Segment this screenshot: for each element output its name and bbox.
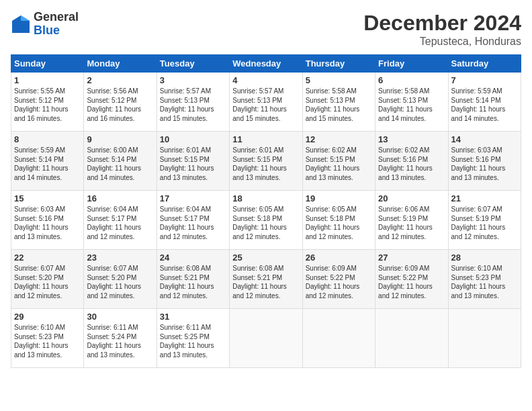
day-number: 23: [87, 253, 153, 263]
day-info: Sunrise: 6:10 AMSunset: 5:23 PMDaylight:…: [451, 265, 506, 300]
day-info: Sunrise: 6:04 AMSunset: 5:17 PMDaylight:…: [87, 205, 141, 240]
calendar-cell: 1 Sunrise: 5:55 AMSunset: 5:12 PMDayligh…: [11, 73, 84, 132]
day-number: 8: [14, 134, 81, 144]
title-block: December 2024 Tepusteca, Honduras: [363, 11, 521, 48]
day-info: Sunrise: 5:55 AMSunset: 5:12 PMDaylight:…: [14, 87, 69, 122]
col-thursday: Thursday: [302, 55, 375, 73]
day-number: 9: [87, 134, 153, 144]
page: General Blue December 2024 Tepusteca, Ho…: [0, 0, 532, 411]
calendar-cell: 4 Sunrise: 5:57 AMSunset: 5:13 PMDayligh…: [230, 73, 302, 132]
header: General Blue December 2024 Tepusteca, Ho…: [11, 11, 521, 48]
calendar-cell: 15 Sunrise: 6:03 AMSunset: 5:16 PMDaylig…: [11, 191, 84, 250]
day-info: Sunrise: 6:03 AMSunset: 5:16 PMDaylight:…: [14, 205, 69, 240]
calendar-week-1: 1 Sunrise: 5:55 AMSunset: 5:12 PMDayligh…: [11, 73, 521, 132]
day-info: Sunrise: 5:57 AMSunset: 5:13 PMDaylight:…: [160, 87, 214, 122]
calendar-cell: 19 Sunrise: 6:05 AMSunset: 5:18 PMDaylig…: [302, 191, 375, 250]
day-info: Sunrise: 5:56 AMSunset: 5:12 PMDaylight:…: [87, 87, 141, 122]
calendar-cell: 16 Sunrise: 6:04 AMSunset: 5:17 PMDaylig…: [84, 191, 157, 250]
day-number: 31: [160, 312, 226, 322]
day-number: 2: [87, 75, 153, 85]
calendar-cell: 6 Sunrise: 5:58 AMSunset: 5:13 PMDayligh…: [375, 73, 448, 132]
logo-text: General Blue: [34, 11, 79, 38]
day-number: 7: [451, 75, 518, 85]
day-number: 10: [160, 134, 226, 144]
day-number: 20: [378, 193, 445, 203]
day-info: Sunrise: 5:58 AMSunset: 5:13 PMDaylight:…: [306, 87, 360, 122]
day-info: Sunrise: 6:01 AMSunset: 5:15 PMDaylight:…: [232, 146, 287, 181]
day-number: 30: [87, 312, 153, 322]
calendar-week-5: 29 Sunrise: 6:10 AMSunset: 5:23 PMDaylig…: [11, 309, 521, 368]
calendar-cell: 5 Sunrise: 5:58 AMSunset: 5:13 PMDayligh…: [302, 73, 375, 132]
calendar-cell: 3 Sunrise: 5:57 AMSunset: 5:13 PMDayligh…: [157, 73, 229, 132]
day-info: Sunrise: 6:06 AMSunset: 5:19 PMDaylight:…: [378, 205, 433, 240]
day-info: Sunrise: 6:09 AMSunset: 5:22 PMDaylight:…: [306, 265, 360, 300]
calendar-location: Tepusteca, Honduras: [363, 36, 521, 48]
calendar-week-2: 8 Sunrise: 5:59 AMSunset: 5:14 PMDayligh…: [11, 132, 521, 191]
calendar-cell: [375, 309, 448, 368]
day-info: Sunrise: 5:57 AMSunset: 5:13 PMDaylight:…: [232, 87, 287, 122]
day-number: 1: [14, 75, 81, 85]
day-info: Sunrise: 6:03 AMSunset: 5:16 PMDaylight:…: [451, 146, 506, 181]
day-info: Sunrise: 6:01 AMSunset: 5:15 PMDaylight:…: [160, 146, 214, 181]
day-number: 25: [232, 253, 299, 263]
calendar-cell: 27 Sunrise: 6:09 AMSunset: 5:22 PMDaylig…: [375, 250, 448, 309]
calendar-cell: 12 Sunrise: 6:02 AMSunset: 5:15 PMDaylig…: [302, 132, 375, 191]
day-info: Sunrise: 6:04 AMSunset: 5:17 PMDaylight:…: [160, 205, 214, 240]
calendar-cell: [230, 309, 302, 368]
day-info: Sunrise: 6:07 AMSunset: 5:19 PMDaylight:…: [451, 205, 506, 240]
day-info: Sunrise: 6:00 AMSunset: 5:14 PMDaylight:…: [87, 146, 141, 181]
day-number: 29: [14, 312, 81, 322]
calendar-cell: 13 Sunrise: 6:02 AMSunset: 5:16 PMDaylig…: [375, 132, 448, 191]
calendar-week-4: 22 Sunrise: 6:07 AMSunset: 5:20 PMDaylig…: [11, 250, 521, 309]
col-friday: Friday: [375, 55, 448, 73]
day-info: Sunrise: 6:09 AMSunset: 5:22 PMDaylight:…: [378, 265, 433, 300]
day-number: 22: [14, 253, 81, 263]
calendar-cell: 31 Sunrise: 6:11 AMSunset: 5:25 PMDaylig…: [157, 309, 229, 368]
calendar-cell: 14 Sunrise: 6:03 AMSunset: 5:16 PMDaylig…: [448, 132, 521, 191]
calendar-cell: 25 Sunrise: 6:08 AMSunset: 5:21 PMDaylig…: [230, 250, 302, 309]
day-info: Sunrise: 6:05 AMSunset: 5:18 PMDaylight:…: [306, 205, 360, 240]
calendar-cell: 23 Sunrise: 6:07 AMSunset: 5:20 PMDaylig…: [84, 250, 157, 309]
day-info: Sunrise: 6:11 AMSunset: 5:24 PMDaylight:…: [87, 324, 141, 359]
day-number: 19: [306, 193, 372, 203]
day-number: 6: [378, 75, 445, 85]
day-number: 15: [14, 193, 81, 203]
calendar-cell: 24 Sunrise: 6:08 AMSunset: 5:21 PMDaylig…: [157, 250, 229, 309]
calendar-cell: 18 Sunrise: 6:05 AMSunset: 5:18 PMDaylig…: [230, 191, 302, 250]
calendar-cell: 7 Sunrise: 5:59 AMSunset: 5:14 PMDayligh…: [448, 73, 521, 132]
day-number: 18: [232, 193, 299, 203]
calendar-table: Sunday Monday Tuesday Wednesday Thursday…: [11, 54, 521, 368]
calendar-cell: 20 Sunrise: 6:06 AMSunset: 5:19 PMDaylig…: [375, 191, 448, 250]
day-info: Sunrise: 5:58 AMSunset: 5:13 PMDaylight:…: [378, 87, 433, 122]
calendar-cell: 29 Sunrise: 6:10 AMSunset: 5:23 PMDaylig…: [11, 309, 84, 368]
logo-blue-text: Blue: [34, 24, 79, 38]
calendar-cell: [302, 309, 375, 368]
day-info: Sunrise: 6:11 AMSunset: 5:25 PMDaylight:…: [160, 324, 214, 359]
logo: General Blue: [11, 11, 79, 38]
calendar-cell: 30 Sunrise: 6:11 AMSunset: 5:24 PMDaylig…: [84, 309, 157, 368]
calendar-title: December 2024: [363, 11, 521, 36]
calendar-cell: 11 Sunrise: 6:01 AMSunset: 5:15 PMDaylig…: [230, 132, 302, 191]
day-info: Sunrise: 6:10 AMSunset: 5:23 PMDaylight:…: [14, 324, 69, 359]
day-number: 26: [306, 253, 372, 263]
day-info: Sunrise: 6:08 AMSunset: 5:21 PMDaylight:…: [160, 265, 214, 300]
calendar-week-3: 15 Sunrise: 6:03 AMSunset: 5:16 PMDaylig…: [11, 191, 521, 250]
logo-general-text: General: [34, 11, 79, 24]
day-number: 16: [87, 193, 153, 203]
calendar-cell: [448, 309, 521, 368]
day-number: 4: [232, 75, 299, 85]
day-number: 14: [451, 134, 518, 144]
calendar-cell: 21 Sunrise: 6:07 AMSunset: 5:19 PMDaylig…: [448, 191, 521, 250]
day-number: 21: [451, 193, 518, 203]
col-tuesday: Tuesday: [157, 55, 229, 73]
day-info: Sunrise: 5:59 AMSunset: 5:14 PMDaylight:…: [451, 87, 506, 122]
calendar-cell: 28 Sunrise: 6:10 AMSunset: 5:23 PMDaylig…: [448, 250, 521, 309]
logo-icon: [11, 14, 31, 34]
day-info: Sunrise: 6:02 AMSunset: 5:16 PMDaylight:…: [378, 146, 433, 181]
day-info: Sunrise: 5:59 AMSunset: 5:14 PMDaylight:…: [14, 146, 69, 181]
col-saturday: Saturday: [448, 55, 521, 73]
calendar-cell: 8 Sunrise: 5:59 AMSunset: 5:14 PMDayligh…: [11, 132, 84, 191]
day-info: Sunrise: 6:08 AMSunset: 5:21 PMDaylight:…: [232, 265, 287, 300]
day-number: 12: [306, 134, 372, 144]
day-number: 5: [306, 75, 372, 85]
